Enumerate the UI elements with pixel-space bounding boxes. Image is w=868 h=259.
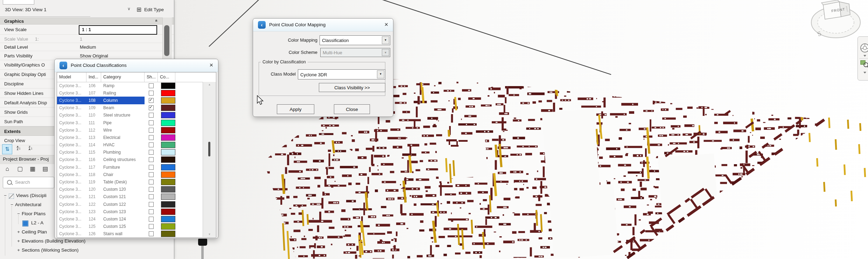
type-selector[interactable]: 3D View: 3D View 1 ∨ ⊞ Edit Type: [0, 5, 174, 16]
shown-checkbox[interactable]: [149, 113, 154, 118]
shown-checkbox[interactable]: [149, 150, 154, 155]
dropdown-arrow-icon[interactable]: ▼: [377, 70, 384, 78]
apply-button[interactable]: Apply: [277, 104, 314, 114]
color-swatch[interactable]: [161, 172, 175, 178]
shown-checkbox[interactable]: [149, 187, 154, 192]
classification-row-126[interactable]: Cyclone 3...126Stairs wall: [57, 230, 216, 237]
color-swatch[interactable]: [161, 112, 175, 118]
property-value[interactable]: 1: [80, 36, 82, 41]
classification-row-109[interactable]: Cyclone 3...109Beam: [57, 104, 216, 112]
classification-row-125[interactable]: Cyclone 3...125Custom 125: [57, 223, 216, 230]
expand-icon[interactable]: +: [16, 229, 21, 234]
column-header-co[interactable]: Co...: [158, 72, 175, 82]
search-input[interactable]: Search: [3, 177, 54, 188]
tab-sheets-icon[interactable]: ▤: [40, 164, 50, 174]
color-swatch[interactable]: [161, 194, 175, 200]
wheel-dropdown-icon[interactable]: [863, 55, 866, 57]
shown-checkbox[interactable]: [149, 194, 154, 199]
edit-type-icon[interactable]: ⊞: [136, 6, 141, 13]
property-value[interactable]: Medium: [80, 44, 96, 50]
sort-az-button[interactable]: AZ↓: [14, 144, 24, 154]
scroll-up-icon[interactable]: ▲: [203, 83, 216, 86]
tab-project-browser-home-icon[interactable]: ⌂: [2, 164, 13, 174]
expand-icon[interactable]: +: [16, 238, 21, 244]
color-swatch[interactable]: [161, 149, 175, 155]
shown-checkbox[interactable]: [149, 217, 154, 222]
color-swatch[interactable]: [161, 156, 175, 163]
edit-type-button[interactable]: Edit Type: [144, 7, 164, 12]
classification-row-122[interactable]: Cyclone 3...122Custom 122: [57, 201, 216, 208]
shown-checkbox[interactable]: [149, 142, 154, 147]
dialog-titlebar[interactable]: ‹ Point Cloud Classifications ×: [55, 59, 218, 72]
classification-row-116[interactable]: Cyclone 3...116Ceiling structures: [57, 156, 216, 163]
color-swatch[interactable]: [161, 216, 175, 222]
steering-wheel-icon[interactable]: [861, 44, 868, 52]
sort-list-button[interactable]: ⇅: [2, 144, 12, 154]
property-group-header[interactable]: Graphics«⌃: [0, 18, 174, 24]
color-swatch[interactable]: [161, 186, 175, 192]
classification-row-123[interactable]: Cyclone 3...123Custom 123: [57, 208, 216, 215]
close-icon[interactable]: ×: [209, 62, 213, 69]
classification-row-110[interactable]: Cyclone 3...110Steel structure: [57, 112, 216, 119]
color-mapping-select[interactable]: Classification ▼: [320, 35, 390, 45]
tree-item-sections-working-section[interactable]: +Sections (Working Section): [0, 246, 174, 255]
classification-row-118[interactable]: Cyclone 3...118Chair: [57, 171, 216, 178]
collapse-icon[interactable]: −: [9, 202, 14, 207]
color-swatch[interactable]: [161, 134, 175, 141]
dropdown-arrow-icon[interactable]: ▼: [382, 36, 389, 44]
color-swatch[interactable]: [161, 120, 175, 126]
classification-row-112[interactable]: Cyclone 3...112Wire: [57, 126, 216, 134]
tab-views-icon[interactable]: ▢: [15, 164, 25, 174]
shown-checkbox[interactable]: [149, 224, 154, 229]
shown-checkbox[interactable]: [149, 120, 154, 125]
collapse-icon[interactable]: −: [3, 193, 8, 198]
shown-checkbox[interactable]: [149, 231, 154, 236]
shown-checkbox[interactable]: [149, 128, 154, 133]
tab-schedules-icon[interactable]: ▦: [27, 164, 38, 174]
sort-za-button[interactable]: ZA↓: [26, 144, 36, 154]
classification-row-115[interactable]: Cyclone 3...115Plumbing: [57, 149, 216, 156]
classification-row-121[interactable]: Cyclone 3...121Custom 121: [57, 193, 216, 201]
classification-row-120[interactable]: Cyclone 3...120Custom 120: [57, 186, 216, 193]
shown-checkbox[interactable]: [149, 202, 154, 207]
shown-checkbox[interactable]: [149, 172, 154, 177]
dialog-titlebar[interactable]: ‹ Point Cloud Color Mapping ×: [253, 19, 393, 31]
shown-checkbox[interactable]: [149, 105, 154, 110]
classification-row-106[interactable]: Cyclone 3...106Ramp: [57, 82, 216, 89]
color-swatch[interactable]: [161, 223, 175, 230]
color-swatch[interactable]: [161, 231, 175, 237]
zoom-dropdown-icon[interactable]: [863, 72, 866, 74]
collapse-icon[interactable]: −: [16, 211, 21, 216]
column-header-category[interactable]: Category: [101, 72, 145, 82]
zoom-region-icon[interactable]: [861, 61, 865, 64]
table-scrollbar-thumb[interactable]: [208, 142, 210, 156]
expand-icon[interactable]: +: [16, 247, 21, 253]
color-swatch[interactable]: [161, 105, 175, 111]
property-value[interactable]: Show Original: [80, 53, 108, 58]
classification-row-124[interactable]: Cyclone 3...124Custom 124: [57, 215, 216, 223]
color-swatch[interactable]: [161, 97, 175, 104]
classification-row-114[interactable]: Cyclone 3...114HVAC: [57, 141, 216, 149]
color-swatch[interactable]: [161, 201, 175, 208]
color-swatch[interactable]: [161, 142, 175, 148]
close-button[interactable]: Close: [334, 104, 370, 114]
classification-row-107[interactable]: Cyclone 3...107Railing: [57, 89, 216, 97]
scroll-down-icon[interactable]: ▼: [203, 233, 216, 236]
color-swatch[interactable]: [161, 90, 175, 96]
color-swatch[interactable]: [161, 83, 175, 89]
column-header-ind[interactable]: Ind...: [86, 72, 101, 82]
column-header-sh[interactable]: Sh...: [145, 72, 158, 82]
shown-checkbox[interactable]: [149, 83, 154, 88]
classification-row-111[interactable]: Cyclone 3...111Pipe: [57, 119, 216, 126]
view-scale-field[interactable]: 1 : 1: [79, 25, 157, 35]
color-swatch[interactable]: [161, 127, 175, 133]
shown-checkbox[interactable]: [149, 165, 154, 170]
classification-row-113[interactable]: Cyclone 3...113Electrical: [57, 134, 216, 141]
shown-checkbox[interactable]: [149, 135, 154, 140]
shown-checkbox[interactable]: [149, 91, 154, 96]
column-header-model[interactable]: Model: [57, 72, 86, 82]
classification-row-119[interactable]: Cyclone 3...119Table (Desk): [57, 178, 216, 186]
shown-checkbox[interactable]: [149, 209, 154, 214]
color-swatch[interactable]: [161, 209, 175, 215]
class-visibility-button[interactable]: Class Visibility >>: [319, 83, 385, 92]
